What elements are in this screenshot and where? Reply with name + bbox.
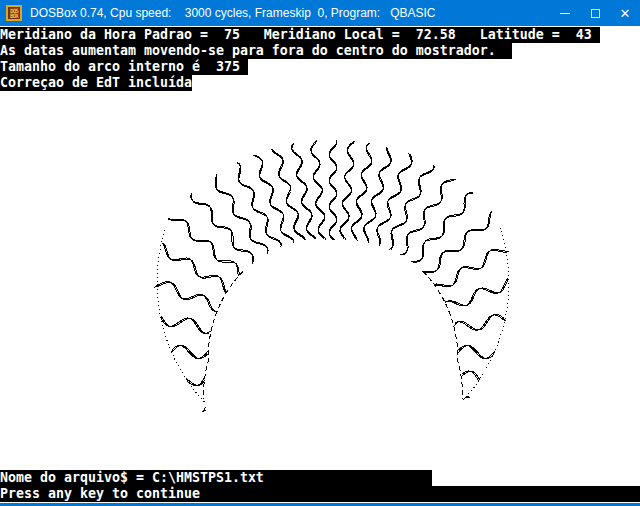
minimize-icon [560, 13, 570, 14]
minimize-button[interactable] [550, 0, 580, 26]
text-cursor [192, 75, 200, 91]
window-title: DOSBox 0.74, Cpu speed: 3000 cycles, Fra… [30, 6, 550, 20]
dosbox-icon-text-bottom: BOX [10, 13, 18, 18]
console-line-filename: Nome do arquivo$ = C:\HMSTPS1.txt [0, 470, 432, 486]
console-line-edt-note: Correçao de EdT incluída [0, 75, 200, 91]
console-line-arc-size: Tamanho do arco interno é 375 [0, 59, 248, 75]
console-line-edt-text: Correçao de EdT incluída [0, 75, 192, 90]
console-line-meridians: Meridiano da Hora Padrao = 75 Meridiano … [0, 27, 600, 43]
console-line-press-any-key: Press any key to continue [0, 486, 640, 502]
maximize-button[interactable] [580, 0, 610, 26]
close-icon: ✕ [620, 7, 631, 20]
dos-screen: Meridiano da Hora Padrao = 75 Meridiano … [0, 26, 640, 506]
console-line-dates-note: As datas aumentam movendo-se para fora d… [0, 43, 512, 59]
close-button[interactable]: ✕ [610, 0, 640, 26]
window-titlebar[interactable]: DOS BOX DOSBox 0.74, Cpu speed: 3000 cyc… [0, 0, 640, 26]
maximize-icon [591, 9, 600, 18]
dosbox-icon: DOS BOX [6, 5, 22, 21]
sundial-plot [0, 26, 640, 506]
